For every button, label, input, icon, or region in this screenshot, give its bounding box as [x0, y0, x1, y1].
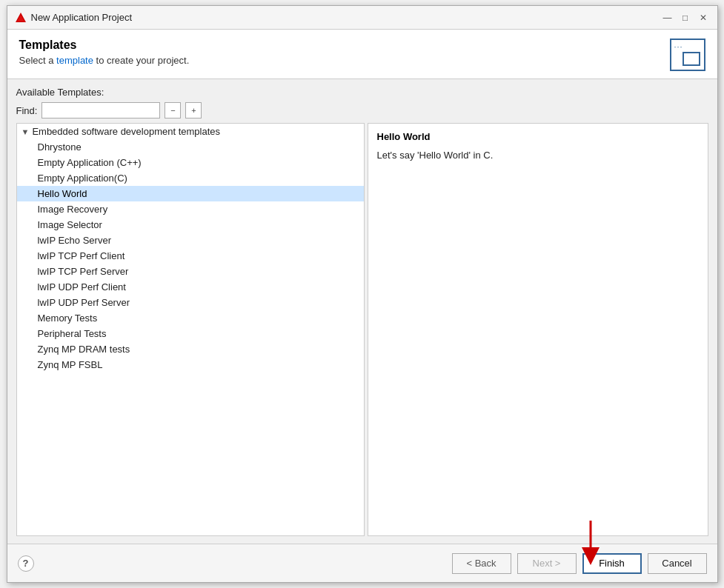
collapse-button[interactable]: − — [165, 102, 181, 118]
dialog-window: New Application Project — □ ✕ Templates … — [7, 5, 718, 583]
tree-item-lwip-udp-perf-client[interactable]: lwIP UDP Perf Client — [17, 279, 364, 295]
page-title: Templates — [19, 39, 190, 52]
help-button[interactable]: ? — [18, 555, 34, 572]
title-bar-left: New Application Project — [15, 12, 133, 24]
tree-item-empty-c[interactable]: Empty Application(C) — [17, 170, 364, 186]
content-area: Available Templates: Find: − + ▼ Embedde… — [7, 79, 717, 544]
tree-item-zynq-dram[interactable]: Zynq MP DRAM tests — [17, 341, 364, 357]
tree-item-lwip-tcp-perf-client[interactable]: lwIP TCP Perf Client — [17, 248, 364, 264]
tree-item-dhrystone[interactable]: Dhrystone — [17, 139, 364, 155]
tree-toggle-icon: ▼ — [21, 127, 30, 136]
cancel-button[interactable]: Cancel — [648, 553, 707, 574]
tree-group-label: Embedded software development templates — [32, 126, 220, 137]
header-subtitle: Select a template to create your project… — [19, 55, 190, 66]
footer-left: ? — [18, 555, 34, 572]
split-pane: ▼ Embedded software development template… — [16, 123, 708, 536]
tree-item-lwip-tcp-perf-server[interactable]: lwIP TCP Perf Server — [17, 264, 364, 279]
footer: ? < Back Next > Finish Cancel — [7, 544, 717, 582]
tree-group-header[interactable]: ▼ Embedded software development template… — [17, 124, 364, 139]
back-button[interactable]: < Back — [452, 553, 511, 574]
title-bar: New Application Project — □ ✕ — [7, 6, 717, 30]
window-template-icon — [670, 39, 705, 71]
footer-right: < Back Next > Finish Cancel — [452, 553, 707, 574]
app-logo-icon — [15, 12, 27, 24]
minimize-button[interactable]: — — [661, 11, 674, 24]
template-detail-pane: Hello World Let's say 'Hello World' in C… — [368, 123, 708, 536]
header-area: Templates Select a template to create yo… — [7, 30, 717, 79]
header-text: Templates Select a template to create yo… — [19, 39, 190, 66]
subtitle-end: to create your project. — [93, 55, 189, 66]
expand-button[interactable]: + — [185, 102, 202, 118]
close-button[interactable]: ✕ — [697, 11, 710, 24]
dialog-title: New Application Project — [31, 12, 133, 23]
subtitle-plain: Select a — [19, 55, 57, 66]
tree-item-zynq-fsbl[interactable]: Zynq MP FSBL — [17, 357, 364, 372]
tree-item-image-recovery[interactable]: Image Recovery — [17, 201, 364, 217]
detail-title: Hello World — [377, 131, 699, 142]
tree-item-lwip-udp-perf-server[interactable]: lwIP UDP Perf Server — [17, 295, 364, 310]
finish-button[interactable]: Finish — [582, 553, 642, 574]
detail-body: Let's say 'Hello World' in C. — [377, 148, 699, 163]
tree-item-hello-world[interactable]: Hello World — [17, 186, 364, 201]
template-tree-pane: ▼ Embedded software development template… — [16, 123, 365, 536]
subtitle-link[interactable]: template — [56, 55, 93, 66]
tree-item-image-selector[interactable]: Image Selector — [17, 217, 364, 233]
find-label: Find: — [16, 105, 38, 116]
maximize-button[interactable]: □ — [679, 11, 692, 24]
title-bar-controls: — □ ✕ — [661, 11, 710, 24]
find-input[interactable] — [41, 102, 160, 118]
next-button[interactable]: Next > — [517, 553, 577, 574]
tree-item-lwip-echo[interactable]: lwIP Echo Server — [17, 233, 364, 248]
tree-item-empty-cpp[interactable]: Empty Application (C++) — [17, 155, 364, 170]
find-row: Find: − + — [16, 102, 708, 118]
tree-item-memory-tests[interactable]: Memory Tests — [17, 310, 364, 326]
tree-item-peripheral-tests[interactable]: Peripheral Tests — [17, 326, 364, 341]
available-templates-label: Available Templates: — [16, 87, 708, 98]
